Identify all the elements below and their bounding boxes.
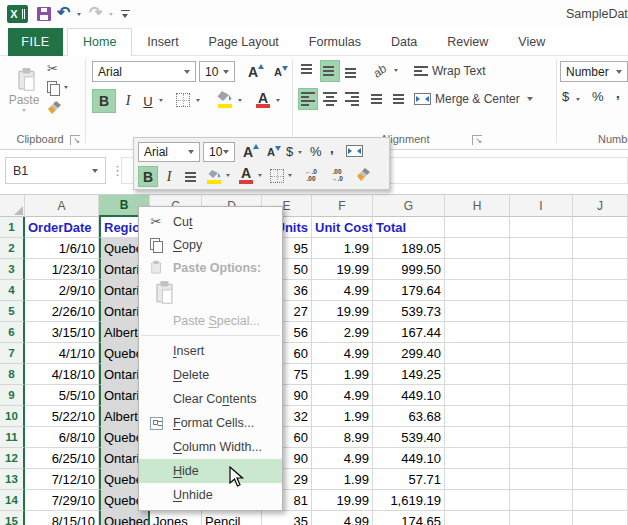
fill-color-button[interactable] <box>217 90 233 103</box>
tab-data[interactable]: Data <box>376 28 432 56</box>
cell-H12[interactable] <box>445 448 510 469</box>
cell-F11[interactable]: 8.99 <box>312 427 373 448</box>
cell-A9[interactable]: 5/5/10 <box>25 385 99 406</box>
cell-J10[interactable] <box>573 406 628 427</box>
column-header-g[interactable]: G <box>373 195 445 217</box>
wrap-text-button[interactable]: Wrap Text <box>414 60 486 82</box>
cell-A12[interactable]: 6/25/10 <box>25 448 99 469</box>
cell-G4[interactable]: 179.64 <box>373 280 445 301</box>
cell-J12[interactable] <box>573 448 628 469</box>
format-painter-button[interactable] <box>47 100 62 115</box>
tab-file[interactable]: FILE <box>8 28 63 56</box>
column-header-i[interactable]: I <box>510 195 573 217</box>
cell-J1[interactable] <box>573 217 628 238</box>
grow-font-button[interactable]: A <box>243 62 263 82</box>
cell-H1[interactable] <box>445 217 510 238</box>
excel-logo-icon[interactable]: X <box>7 5 28 23</box>
menu-item-format-cells[interactable]: Format Cells... <box>139 411 282 435</box>
row-header-5[interactable]: 5 <box>0 301 25 322</box>
align-top-button[interactable] <box>298 60 318 82</box>
tab-formulas[interactable]: Formulas <box>294 28 376 56</box>
cell-I13[interactable] <box>510 469 573 490</box>
borders-button[interactable] <box>176 93 190 107</box>
cell-G8[interactable]: 149.25 <box>373 364 445 385</box>
cell-A3[interactable]: 1/23/10 <box>25 259 99 280</box>
cell-A7[interactable]: 4/1/10 <box>25 343 99 364</box>
cell-J3[interactable] <box>573 259 628 280</box>
italic-button[interactable]: I <box>119 89 137 113</box>
cell-I8[interactable] <box>510 364 573 385</box>
mini-italic-button[interactable]: I <box>161 166 177 187</box>
row-header-1[interactable]: 1 <box>0 217 25 238</box>
row-header-13[interactable]: 13 <box>0 469 25 490</box>
row-header-7[interactable]: 7 <box>0 343 25 364</box>
borders-dropdown-icon[interactable] <box>196 99 200 102</box>
cell-H13[interactable] <box>445 469 510 490</box>
shrink-font-button[interactable]: A <box>268 62 288 82</box>
underline-button[interactable]: U <box>139 89 157 113</box>
cell-I4[interactable] <box>510 280 573 301</box>
cell-G1[interactable]: Total <box>373 217 445 238</box>
number-format-select[interactable]: Number <box>560 61 628 82</box>
cell-G10[interactable]: 63.68 <box>373 406 445 427</box>
tab-view[interactable]: View <box>503 28 560 56</box>
mini-merge-center-button[interactable] <box>346 145 363 157</box>
cell-G11[interactable]: 539.40 <box>373 427 445 448</box>
cell-H9[interactable] <box>445 385 510 406</box>
cell-I2[interactable] <box>510 238 573 259</box>
menu-item-column-width[interactable]: Column Width... <box>139 435 282 459</box>
cell-H14[interactable] <box>445 490 510 511</box>
cell-A6[interactable]: 3/15/10 <box>25 322 99 343</box>
cell-F7[interactable]: 4.99 <box>312 343 373 364</box>
menu-item-cut[interactable]: ✂Cut <box>139 210 282 233</box>
mini-font-color-dropdown-icon[interactable] <box>258 174 262 177</box>
cell-G14[interactable]: 1,619.19 <box>373 490 445 511</box>
cut-button[interactable]: ✂ <box>47 61 58 76</box>
column-header-j[interactable]: J <box>573 195 628 217</box>
cell-A1[interactable]: OrderDate <box>25 217 99 238</box>
mini-borders-dropdown-icon[interactable] <box>288 174 292 177</box>
cell-A13[interactable]: 7/12/10 <box>25 469 99 490</box>
row-header-12[interactable]: 12 <box>0 448 25 469</box>
menu-item-hide[interactable]: Hide <box>139 459 282 483</box>
tab-review[interactable]: Review <box>432 28 503 56</box>
menu-item-copy[interactable]: Copy <box>139 233 282 256</box>
mini-font-size-select[interactable]: 10 <box>203 142 235 162</box>
currency-button[interactable]: $ <box>562 89 569 104</box>
cell-C15[interactable]: Jones <box>150 511 202 525</box>
percent-button[interactable]: % <box>592 89 604 104</box>
font-color-dropdown-icon[interactable] <box>276 99 280 102</box>
cell-I14[interactable] <box>510 490 573 511</box>
cell-J11[interactable] <box>573 427 628 448</box>
cell-F10[interactable]: 1.99 <box>312 406 373 427</box>
clipboard-dialog-launcher-icon[interactable]: ↘ <box>70 135 80 145</box>
mini-currency-button[interactable]: $ <box>286 144 293 159</box>
cell-F6[interactable]: 2.99 <box>312 322 373 343</box>
cell-J5[interactable] <box>573 301 628 322</box>
cell-F12[interactable]: 4.99 <box>312 448 373 469</box>
orientation-dropdown-icon[interactable] <box>394 69 398 72</box>
cell-F14[interactable]: 19.99 <box>312 490 373 511</box>
column-header-a[interactable]: A <box>25 195 99 217</box>
cell-F8[interactable]: 1.99 <box>312 364 373 385</box>
cell-H2[interactable] <box>445 238 510 259</box>
cell-F9[interactable]: 4.99 <box>312 385 373 406</box>
cell-G5[interactable]: 539.73 <box>373 301 445 322</box>
cell-A4[interactable]: 2/9/10 <box>25 280 99 301</box>
increase-decimal-button[interactable]: ←.0.00 <box>300 168 322 182</box>
cell-H3[interactable] <box>445 259 510 280</box>
comma-button[interactable]: , <box>616 86 620 101</box>
cell-F3[interactable]: 19.99 <box>312 259 373 280</box>
cell-G3[interactable]: 999.50 <box>373 259 445 280</box>
mini-format-painter-button[interactable] <box>356 167 371 182</box>
mini-font-color-button[interactable]: A <box>238 165 254 181</box>
font-name-select[interactable]: Arial <box>92 61 196 82</box>
cell-I11[interactable] <box>510 427 573 448</box>
orientation-button[interactable]: ab <box>368 60 392 82</box>
cell-I6[interactable] <box>510 322 573 343</box>
underline-dropdown-icon[interactable] <box>159 99 163 102</box>
name-box[interactable]: B1 <box>5 157 106 184</box>
cell-I10[interactable] <box>510 406 573 427</box>
cell-J2[interactable] <box>573 238 628 259</box>
cell-G2[interactable]: 189.05 <box>373 238 445 259</box>
